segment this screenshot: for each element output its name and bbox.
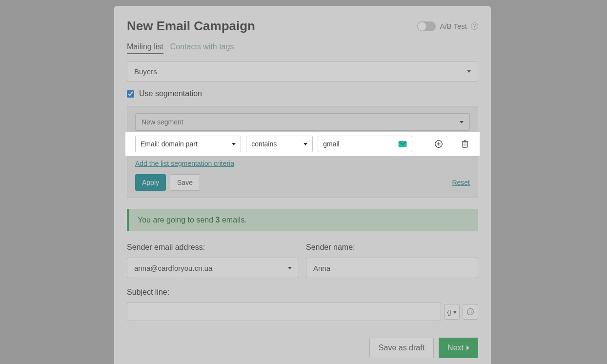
ab-test-toggle[interactable]: [417, 21, 436, 31]
svg-point-11: [467, 309, 474, 315]
trash-icon: [461, 140, 469, 148]
criteria-value-input[interactable]: gmail: [318, 136, 412, 152]
segment-select[interactable]: New segment: [135, 113, 470, 131]
next-button[interactable]: Next: [439, 338, 478, 358]
save-button[interactable]: Save: [170, 174, 200, 191]
page-title: New Email Campaign: [127, 19, 255, 34]
chevron-down-icon: [304, 143, 307, 145]
sender-name-label: Sender name:: [306, 243, 478, 252]
sender-email-label: Sender email address:: [127, 243, 299, 252]
ab-test-control: A/B Test ?: [417, 21, 478, 31]
add-criteria-icon[interactable]: [434, 139, 444, 149]
criteria-row: Email: domain part contains gmail: [135, 136, 470, 152]
criteria-operator-select[interactable]: contains: [246, 136, 313, 152]
plus-circle-icon: [434, 140, 443, 148]
emoji-button[interactable]: [463, 304, 478, 320]
tab-contacts-with-tags[interactable]: Contacts with tags: [170, 42, 234, 54]
mailing-list-select[interactable]: Buyers: [127, 61, 478, 81]
segmentation-actions: Apply Save Reset: [135, 174, 470, 191]
chevron-down-icon: [232, 143, 236, 145]
sender-name-input[interactable]: [306, 258, 478, 278]
notice-prefix: You are going to send: [138, 216, 216, 224]
chevron-right-icon: [466, 345, 469, 350]
use-segmentation-label: Use segmentation: [139, 89, 202, 98]
criteria-value-text: gmail: [323, 140, 339, 148]
footer-actions: Save as draft Next: [127, 338, 478, 358]
subject-section: Subject line: {} ▾: [127, 288, 478, 321]
save-draft-button[interactable]: Save as draft: [369, 338, 434, 358]
apply-button[interactable]: Apply: [135, 174, 166, 191]
segmentation-box: New segment Email: domain part contains …: [127, 106, 478, 198]
reset-link[interactable]: Reset: [452, 179, 470, 186]
send-count-notice: You are going to send 3 emails.: [127, 209, 478, 231]
criteria-field-select[interactable]: Email: domain part: [135, 136, 241, 152]
svg-point-12: [469, 311, 470, 312]
criteria-operator-value: contains: [251, 140, 277, 148]
notice-suffix: emails.: [220, 216, 246, 224]
chevron-down-icon: [467, 70, 471, 73]
chevron-down-icon: [460, 121, 464, 123]
sender-email-col: Sender email address: anna@cardforyou.cn…: [127, 243, 299, 278]
subject-label: Subject line:: [127, 288, 478, 297]
use-segmentation-row: Use segmentation: [127, 89, 478, 98]
campaign-panel: New Email Campaign A/B Test ? Mailing li…: [114, 6, 491, 364]
sender-name-col: Sender name:: [306, 243, 478, 278]
chevron-down-icon: [288, 267, 292, 269]
svg-rect-4: [463, 142, 467, 147]
tabs: Mailing list Contacts with tags: [127, 42, 478, 54]
help-icon[interactable]: ?: [471, 22, 478, 30]
sender-email-select[interactable]: anna@cardforyou.cn.ua: [127, 258, 299, 278]
sender-email-value: anna@cardforyou.cn.ua: [134, 264, 212, 272]
insert-variable-button[interactable]: {} ▾: [444, 304, 460, 320]
segment-select-value: New segment: [142, 118, 183, 126]
subject-row: {} ▾: [127, 303, 478, 321]
add-criteria-link[interactable]: Add the list segmentation criteria: [135, 160, 234, 167]
criteria-highlight: Email: domain part contains gmail: [125, 132, 480, 156]
mailing-list-value: Buyers: [134, 67, 157, 76]
subject-input[interactable]: [127, 303, 441, 321]
header: New Email Campaign A/B Test ?: [127, 19, 478, 34]
sender-row: Sender email address: anna@cardforyou.cn…: [127, 243, 478, 278]
delete-criteria-icon[interactable]: [461, 139, 470, 149]
svg-point-13: [471, 311, 472, 312]
envelope-icon: [398, 141, 407, 147]
emoji-icon: [466, 308, 474, 316]
ab-test-label: A/B Test: [440, 22, 467, 30]
next-label: Next: [447, 344, 464, 352]
use-segmentation-checkbox[interactable]: [127, 90, 134, 98]
tab-mailing-list[interactable]: Mailing list: [127, 42, 163, 54]
criteria-field-value: Email: domain part: [141, 140, 198, 148]
